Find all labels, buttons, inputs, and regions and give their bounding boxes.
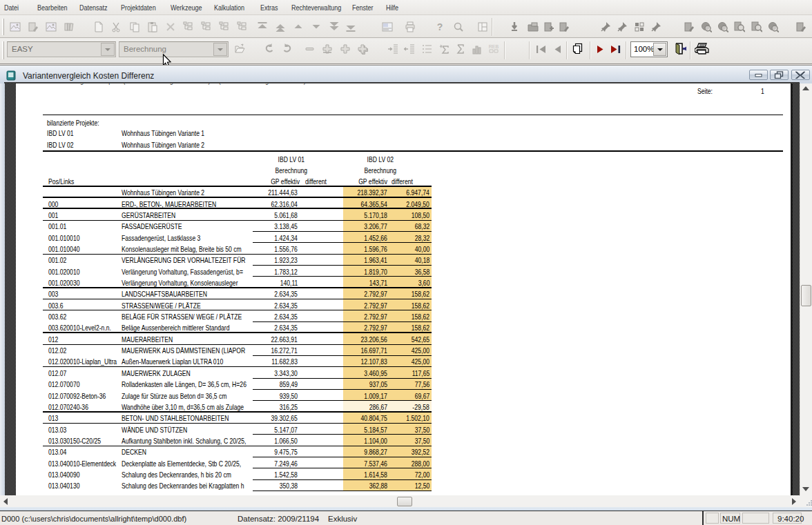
- svg-text:?: ?: [437, 21, 443, 32]
- svg-text:REB: REB: [489, 44, 499, 49]
